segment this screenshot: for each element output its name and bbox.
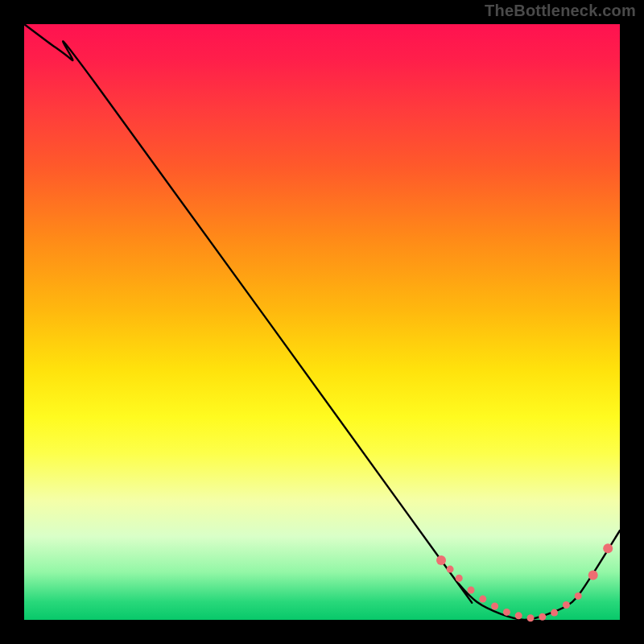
watermark-text: TheBottleneck.com xyxy=(485,2,636,20)
chart-frame: TheBottleneck.com xyxy=(0,0,644,644)
highlight-marker xyxy=(575,592,582,600)
highlight-marker xyxy=(527,614,535,621)
highlight-marker xyxy=(468,587,475,594)
highlight-marker xyxy=(436,555,446,565)
plot-area xyxy=(24,24,620,620)
highlight-marker xyxy=(539,613,546,621)
highlight-marker xyxy=(447,566,454,573)
chart-svg xyxy=(24,24,620,620)
highlight-marker xyxy=(503,609,510,616)
highlight-marker xyxy=(551,609,558,617)
highlight-marker xyxy=(588,571,598,580)
bottleneck-curve-path xyxy=(24,24,620,620)
highlight-marker xyxy=(603,543,613,553)
highlight-marker xyxy=(491,602,498,609)
highlight-marker xyxy=(456,575,463,582)
highlight-marker xyxy=(563,601,570,609)
highlight-marker xyxy=(515,612,522,619)
highlight-marker xyxy=(479,596,486,603)
